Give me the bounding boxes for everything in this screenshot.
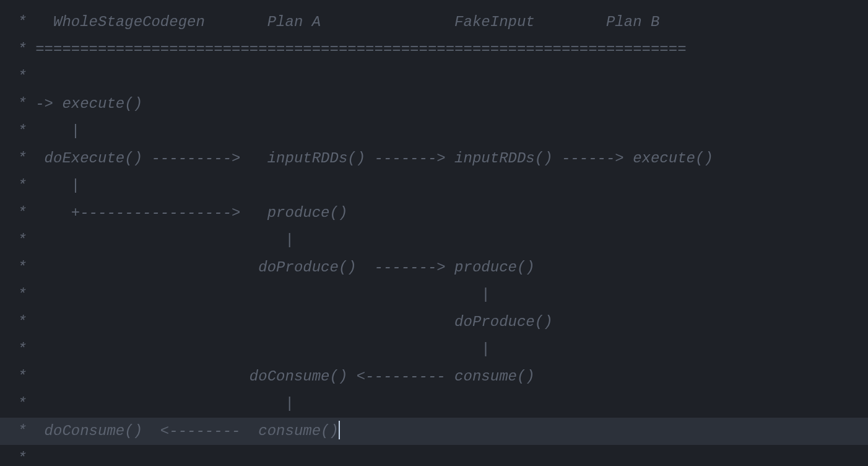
code-editor-content[interactable]: * WholeStageCodegen Plan A FakeInput Pla… — [0, 0, 868, 466]
code-line: * -> execute() — [9, 90, 868, 118]
code-line: * | — [9, 118, 868, 145]
code-line: * WholeStageCodegen Plan A FakeInput Pla… — [9, 9, 868, 36]
code-line: * | — [9, 390, 868, 418]
code-line: * doConsume() <--------- consume() — [9, 363, 868, 390]
current-code-line: * doConsume() <-------- consume() — [0, 418, 868, 445]
code-line: * doExecute() ---------> inputRDDs() ---… — [9, 145, 868, 172]
code-line: * ======================================… — [9, 36, 868, 63]
text-cursor — [339, 421, 340, 439]
code-line: * doProduce() -------> produce() — [9, 254, 868, 281]
code-line: * — [9, 63, 868, 90]
code-line: * | — [9, 172, 868, 200]
code-line: * — [9, 445, 868, 466]
code-line: * doProduce() — [9, 309, 868, 336]
code-line: * | — [9, 281, 868, 309]
code-line: * | — [9, 227, 868, 254]
code-line: * +-----------------> produce() — [9, 200, 868, 227]
code-line: * | — [9, 336, 868, 363]
